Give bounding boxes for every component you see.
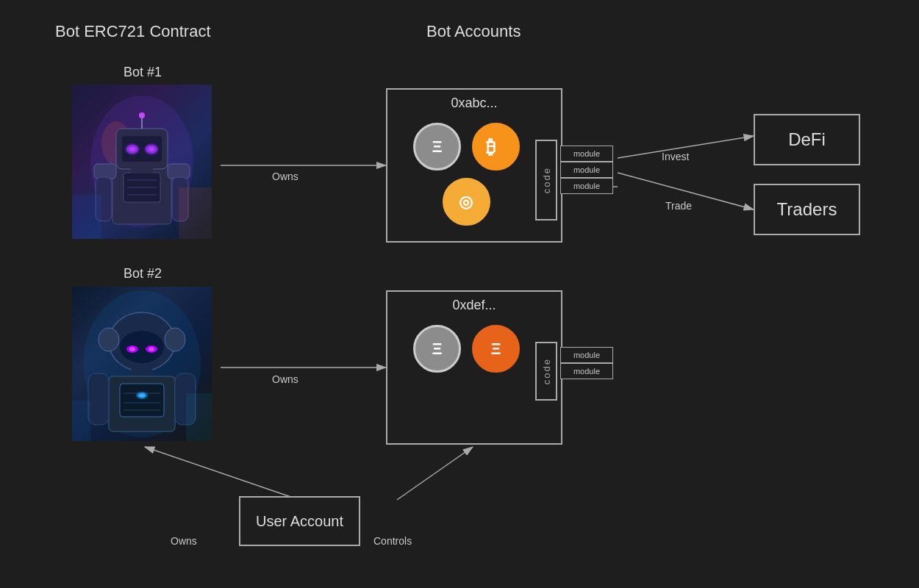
svg-point-46	[99, 328, 119, 351]
bot1-image	[72, 85, 212, 239]
bot1-dai-coin: ◎	[443, 178, 490, 226]
bot-accounts-title: Bot Accounts	[426, 22, 521, 41]
bot1-eth-coin: Ξ	[413, 123, 461, 171]
eth-symbol-orange: Ξ	[490, 340, 501, 359]
bot1-module-1: module	[560, 146, 613, 162]
trade-label: Trade	[665, 200, 692, 212]
traders-box: Traders	[754, 184, 860, 235]
user-account-box: User Account	[239, 496, 360, 546]
bot1-module-2: module	[560, 162, 613, 178]
svg-rect-59	[186, 393, 212, 441]
svg-point-22	[125, 143, 140, 155]
svg-line-10	[145, 447, 299, 500]
bot2-owns-label: Owns	[272, 373, 298, 385]
svg-point-45	[149, 347, 154, 351]
bot2-image	[72, 287, 212, 441]
svg-point-55	[138, 393, 146, 398]
svg-rect-30	[179, 187, 212, 239]
svg-point-41	[120, 331, 164, 363]
defi-box: DeFi	[754, 114, 860, 165]
bot1-btc-coin: ₿	[472, 123, 520, 171]
defi-label: DeFi	[788, 129, 826, 150]
bot2-eth-coin: Ξ	[413, 325, 461, 373]
traders-label: Traders	[777, 199, 837, 220]
bot1-module-3: module	[560, 178, 613, 194]
bot1-address: 0xabc...	[387, 90, 561, 114]
eth-symbol-2: Ξ	[432, 340, 442, 359]
svg-point-44	[129, 347, 135, 351]
bot2-eth-orange-coin: Ξ	[472, 325, 520, 373]
bot1-label: Bot #1	[124, 65, 162, 80]
eth-symbol-1: Ξ	[432, 137, 442, 157]
svg-rect-24	[131, 168, 153, 173]
svg-rect-29	[72, 195, 101, 239]
svg-rect-58	[72, 401, 90, 441]
bot1-code-label: code	[541, 167, 552, 193]
bot2-address: 0xdef...	[387, 292, 561, 316]
bot1-owns-label: Owns	[272, 171, 298, 182]
user-owns-label: Owns	[171, 535, 197, 547]
invest-label: Invest	[662, 151, 689, 162]
bot2-module-1: module	[560, 347, 613, 363]
svg-rect-25	[94, 164, 116, 179]
svg-line-11	[397, 447, 473, 500]
user-account-label: User Account	[256, 513, 343, 530]
bot2-module-2: module	[560, 363, 613, 379]
svg-rect-50	[120, 384, 164, 417]
bot1-code-panel: code	[535, 140, 557, 220]
user-controls-label: Controls	[373, 535, 412, 547]
bot2-label: Bot #2	[124, 266, 162, 282]
svg-point-35	[139, 112, 145, 118]
bot2-code-label: code	[541, 358, 552, 384]
svg-point-47	[165, 328, 185, 351]
bot2-code-panel: code	[535, 342, 557, 401]
svg-text:₿: ₿	[486, 136, 496, 158]
svg-point-23	[144, 143, 159, 155]
diagram-container: Bot ERC721 Contract Bot Accounts Bot #1	[0, 0, 919, 588]
svg-rect-26	[168, 164, 190, 179]
erc721-title: Bot ERC721 Contract	[55, 22, 211, 41]
svg-rect-56	[88, 373, 109, 425]
svg-text:◎: ◎	[459, 193, 473, 211]
